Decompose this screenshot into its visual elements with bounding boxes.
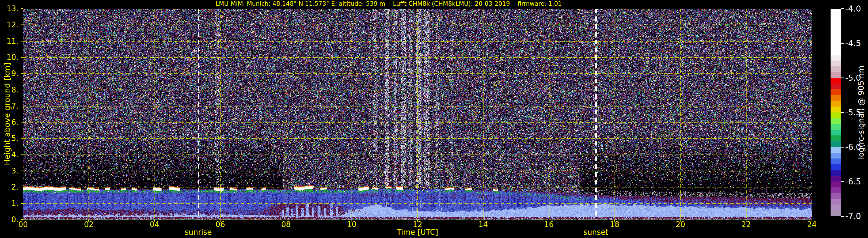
- y-tick-mark: [21, 219, 23, 220]
- x-axis-title: Time [UTC]: [397, 228, 438, 237]
- y-tick-label: 7.: [0, 102, 19, 110]
- y-tick-mark: [21, 73, 23, 74]
- y-tick-label: 11.: [0, 37, 19, 46]
- y-tick-label: 1.: [0, 199, 19, 208]
- x-tick-mark: [351, 219, 352, 221]
- colorbar-tick-label: -5.5: [845, 108, 861, 117]
- x-tick-mark: [746, 219, 746, 221]
- colorbar-tick-label: -6.5: [845, 177, 861, 186]
- chart-title: LMU-MIM, Munich; 48.148° N 11.573° E, al…: [216, 0, 562, 7]
- y-axis-title: Height above ground [km]: [3, 62, 11, 165]
- y-tick-mark: [21, 25, 23, 25]
- sunrise-label: sunrise: [185, 228, 212, 237]
- colorbar-tick-mark: [841, 112, 844, 113]
- x-tick-mark: [88, 219, 89, 221]
- x-tick-mark: [483, 219, 484, 221]
- y-tick-label: 5.: [0, 134, 19, 143]
- x-tick-mark: [220, 219, 220, 221]
- y-tick-label: 12.: [0, 21, 19, 29]
- colorbar-tick-label: -4.0: [845, 4, 861, 13]
- y-tick-label: 4.: [0, 150, 19, 159]
- x-tick-mark: [154, 219, 155, 221]
- colorbar-tick-mark: [841, 216, 844, 217]
- y-tick-mark: [21, 203, 23, 204]
- y-tick-mark: [21, 90, 23, 90]
- y-tick-mark: [21, 138, 23, 139]
- y-tick-label: 2.: [0, 183, 19, 191]
- colorbar-tick-label: -6.0: [845, 142, 861, 152]
- ceilometer-quicklook-figure: LMU-MIM, Munich; 48.148° N 11.573° E, al…: [0, 0, 868, 238]
- colorbar-tick-mark: [841, 147, 844, 148]
- y-tick-label: 3.: [0, 167, 19, 175]
- x-tick-mark: [417, 219, 418, 221]
- x-tick-mark: [614, 219, 615, 221]
- colorbar-tick-mark: [841, 78, 844, 78]
- colorbar: [831, 9, 841, 216]
- colorbar-tick-mark: [841, 181, 844, 182]
- x-tick-mark: [680, 219, 681, 221]
- y-tick-mark: [21, 122, 23, 122]
- x-tick-mark: [286, 219, 286, 221]
- colorbar-tick-label: -7.0: [845, 211, 861, 221]
- y-tick-mark: [21, 8, 23, 9]
- y-tick-label: 9.: [0, 69, 19, 78]
- y-tick-mark: [21, 171, 23, 171]
- colorbar-tick-mark: [841, 8, 844, 9]
- y-tick-mark: [21, 41, 23, 41]
- y-tick-label: 6.: [0, 118, 19, 126]
- x-tick-mark: [549, 219, 549, 221]
- colorbar-tick-mark: [841, 43, 844, 44]
- y-tick-mark: [21, 187, 23, 187]
- x-tick-mark: [812, 219, 812, 221]
- colorbar-tick-label: -5.0: [845, 73, 861, 83]
- y-tick-label: 13.: [0, 4, 19, 13]
- colorbar-tick-label: -4.5: [845, 39, 861, 48]
- y-tick-label: 10.: [0, 53, 19, 62]
- y-tick-label: 8.: [0, 86, 19, 94]
- x-tick-mark: [23, 219, 23, 221]
- y-tick-label: 0.: [0, 215, 19, 224]
- y-tick-mark: [21, 106, 23, 106]
- y-tick-mark: [21, 154, 23, 155]
- sunset-label: sunset: [584, 228, 608, 237]
- y-tick-mark: [21, 57, 23, 58]
- heatmap-plot-canvas: [23, 9, 812, 219]
